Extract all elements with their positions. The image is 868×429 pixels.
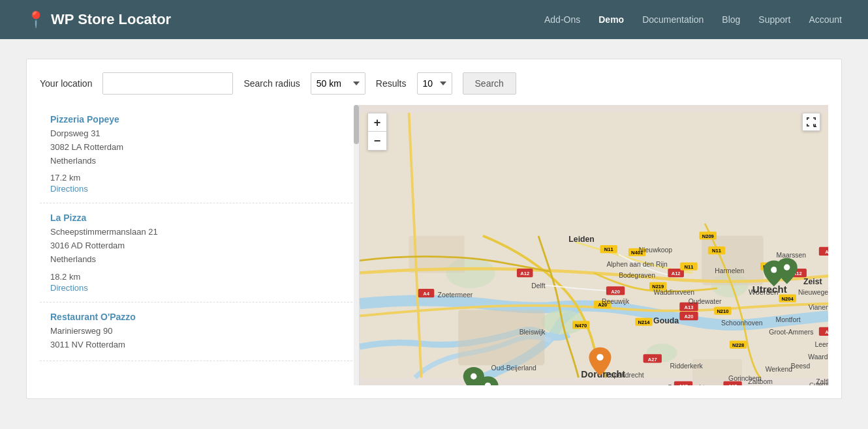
address-line2: 3082 LA Rotterdam	[50, 142, 123, 152]
radius-select[interactable]: 10 km 25 km 50 km 100 km	[311, 72, 365, 95]
address-line2: 3016 AD Rotterdam	[50, 241, 125, 250]
address-line1: Mariniersweg 90	[50, 326, 112, 336]
svg-text:Nieuwegein: Nieuwegein	[798, 289, 828, 296]
svg-text:Oudewater: Oudewater	[689, 298, 722, 305]
logo-pin-icon: 📍	[26, 10, 46, 29]
svg-text:Gouda: Gouda	[653, 316, 679, 325]
svg-text:N11: N11	[712, 248, 721, 254]
store-address: Scheepstimmermanslaan 21 3016 AD Rotterd…	[50, 226, 349, 266]
store-name[interactable]: La Pizza	[50, 213, 349, 223]
main-wrapper: Your location Search radius 10 km 25 km …	[0, 39, 868, 419]
radius-label: Search radius	[243, 78, 300, 89]
svg-text:Zeist: Zeist	[803, 277, 822, 286]
svg-text:A20: A20	[685, 314, 694, 319]
svg-text:N11: N11	[604, 246, 613, 252]
location-input[interactable]	[102, 72, 233, 95]
svg-text:Montfort: Montfort	[776, 316, 801, 323]
svg-text:Barendrecht: Barendrecht	[668, 384, 705, 385]
svg-text:Leerdam: Leerdam	[815, 341, 828, 348]
store-item: Restaurant O'Pazzo Mariniersweg 90 3011 …	[40, 303, 359, 362]
store-name[interactable]: Restaurant O'Pazzo	[50, 312, 349, 322]
svg-text:Vianen: Vianen	[809, 304, 828, 311]
locator-body: Pizzeria Popeye Dorpsweg 31 3082 LA Rott…	[40, 105, 828, 385]
svg-text:Reeuwijk: Reeuwijk	[602, 298, 630, 305]
svg-text:Culemb.: Culemb.	[809, 381, 828, 385]
address-line1: Dorpsweg 31	[50, 128, 101, 138]
main-nav: Add-Ons Demo Documentation Blog Support …	[544, 14, 842, 25]
results-select[interactable]: 5 10 25 50	[417, 72, 452, 95]
svg-text:N228: N228	[732, 342, 744, 348]
address-line2: 3011 NV Rotterdam	[50, 340, 125, 349]
zoom-out-button[interactable]: −	[368, 132, 386, 150]
svg-text:A12: A12	[520, 271, 529, 276]
svg-text:A27: A27	[648, 357, 657, 362]
store-distance: 18.2 km	[50, 272, 349, 282]
svg-text:N11: N11	[685, 264, 694, 270]
search-button[interactable]: Search	[463, 72, 516, 95]
radius-select-wrapper: 10 km 25 km 50 km 100 km	[311, 72, 365, 95]
svg-rect-116	[807, 124, 808, 126]
address-line1: Scheepstimmermanslaan 21	[50, 227, 158, 237]
svg-point-109	[784, 264, 790, 270]
country: Netherlands	[50, 156, 96, 166]
results-label: Results	[376, 78, 407, 89]
store-directions[interactable]: Directions	[50, 283, 349, 293]
svg-point-105	[471, 374, 476, 379]
svg-text:Utrecht: Utrecht	[752, 284, 787, 295]
svg-text:A2: A2	[825, 249, 828, 255]
svg-rect-114	[815, 117, 816, 120]
svg-text:A12: A12	[672, 271, 681, 276]
content-box: Your location Search radius 10 km 25 km …	[26, 59, 842, 399]
svg-text:Waard.: Waard.	[808, 353, 828, 361]
svg-text:Bleiswijk: Bleiswijk	[519, 329, 546, 336]
map-fullscreen-button[interactable]	[802, 113, 820, 131]
svg-text:Schoonhoven: Schoonhoven	[721, 319, 763, 327]
svg-text:Maarssen: Maarssen	[777, 252, 807, 259]
svg-text:Alphen aan den Rijn: Alphen aan den Rijn	[606, 261, 668, 268]
svg-text:N204: N204	[782, 296, 794, 302]
svg-text:Werkend: Werkend	[766, 366, 793, 373]
nav-blog[interactable]: Blog	[722, 14, 740, 25]
scroll-track[interactable]	[354, 105, 359, 385]
store-directions[interactable]: Directions	[50, 184, 349, 194]
svg-point-108	[771, 267, 777, 273]
store-item: La Pizza Scheepstimmermanslaan 21 3016 A…	[40, 203, 359, 302]
svg-text:Zoetermeer: Zoetermeer	[438, 291, 473, 299]
store-item: Pizzeria Popeye Dorpsweg 31 3082 LA Rott…	[40, 105, 359, 203]
nav-documentation[interactable]: Documentation	[642, 14, 704, 25]
zoom-in-button[interactable]: +	[368, 113, 386, 132]
svg-text:Oud-Beijerland: Oud-Beijerland	[491, 364, 536, 372]
svg-text:A15: A15	[728, 383, 737, 385]
country: Netherlands	[50, 254, 96, 264]
svg-text:Leiden: Leiden	[568, 235, 595, 244]
svg-text:Delft: Delft	[531, 282, 545, 289]
nav-demo[interactable]: Demo	[598, 14, 624, 25]
site-logo: 📍 WP Store Locator	[26, 10, 171, 29]
store-list: Pizzeria Popeye Dorpsweg 31 3082 LA Rott…	[40, 105, 360, 385]
svg-text:N214: N214	[638, 319, 651, 325]
svg-rect-7	[458, 310, 544, 365]
store-address: Dorpsweg 31 3082 LA Rotterdam Netherland…	[50, 127, 349, 168]
fullscreen-icon	[806, 117, 816, 127]
svg-rect-112	[807, 117, 808, 120]
svg-text:N470: N470	[575, 323, 587, 329]
location-label: Your location	[40, 78, 92, 89]
svg-text:Gorinchem: Gorinchem	[728, 375, 762, 382]
svg-rect-118	[815, 124, 816, 126]
site-header: 📍 WP Store Locator Add-Ons Demo Document…	[0, 0, 868, 39]
svg-text:A20: A20	[611, 289, 620, 295]
svg-rect-5	[702, 236, 763, 286]
svg-text:N209: N209	[702, 233, 714, 239]
nav-addons[interactable]: Add-Ons	[544, 14, 580, 25]
nav-account[interactable]: Account	[809, 14, 842, 25]
svg-text:Bodegraven: Bodegraven	[619, 272, 655, 279]
nav-support[interactable]: Support	[758, 14, 790, 25]
map-container[interactable]: A4 A12 A12 A12 A13 A20 A20 A15	[360, 105, 828, 385]
store-address: Mariniersweg 90 3011 NV Rotterdam	[50, 325, 349, 352]
svg-point-110	[597, 354, 603, 361]
svg-text:Beesd: Beesd	[791, 362, 811, 370]
search-bar: Your location Search radius 10 km 25 km …	[40, 72, 828, 95]
scroll-thumb[interactable]	[354, 105, 359, 144]
store-name[interactable]: Pizzeria Popeye	[50, 114, 349, 125]
map-zoom-controls: + −	[367, 113, 387, 151]
